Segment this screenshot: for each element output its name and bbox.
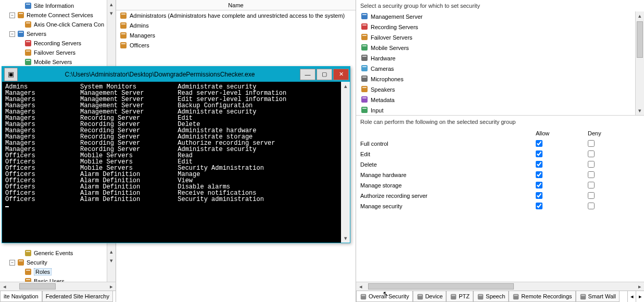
allow-checkbox[interactable] xyxy=(536,171,542,178)
failover-servers-icon xyxy=(360,33,369,42)
scroll-down-icon[interactable]: ▾ xyxy=(636,106,644,115)
tree-node-site-information[interactable]: Site Information xyxy=(9,1,116,10)
tab-remote-recordings[interactable]: Remote Recordings xyxy=(509,291,575,302)
role-row[interactable]: Administrators (Administrators have comp… xyxy=(116,10,356,20)
tab-site-navigation[interactable]: ite Navigation xyxy=(0,291,42,302)
tree-node-failover-servers[interactable]: Failover Servers xyxy=(9,48,116,57)
nav-tree-lower[interactable]: Generic Events−SecurityRolesBasic Users … xyxy=(0,247,116,282)
security-group-row[interactable]: Speakers xyxy=(356,84,644,95)
console-body[interactable]: Admins System Monitors Administrate secu… xyxy=(2,82,350,243)
generic-icon xyxy=(24,249,32,257)
scroll-down-icon[interactable]: ▾ xyxy=(107,9,116,18)
tree-node-label: Failover Servers xyxy=(34,49,75,56)
scroll-thumb-h[interactable] xyxy=(19,283,56,290)
tab-federated-hierarchy[interactable]: Federated Site Hierarchy xyxy=(42,291,113,302)
tree-node-label: Security xyxy=(27,259,47,266)
security-group-row[interactable]: Input xyxy=(356,105,644,116)
scroll-thumb-v[interactable] xyxy=(637,21,643,58)
tree-scrollbar-h[interactable]: ◂ ▸ xyxy=(0,282,116,291)
tree-node-remote-connect-services[interactable]: −Remote Connect Services xyxy=(9,10,116,20)
allow-checkbox[interactable] xyxy=(536,150,542,157)
collapse-icon[interactable]: − xyxy=(9,260,15,266)
tab-smart-wall[interactable]: Smart Wall xyxy=(576,291,620,302)
security-group-row[interactable]: Metadata xyxy=(356,95,644,105)
tab-overall-security[interactable]: Overall Security xyxy=(356,291,413,302)
console-scrollbar-v[interactable]: ▴ ▾ xyxy=(341,82,350,243)
svg-rect-31 xyxy=(362,14,367,15)
tree-node-generic-events[interactable]: Generic Events xyxy=(9,248,116,258)
collapse-icon[interactable]: − xyxy=(9,31,15,37)
tree-node-servers[interactable]: −Servers xyxy=(9,29,116,39)
role-row[interactable]: Managers xyxy=(116,30,356,40)
tree-node-security[interactable]: −Security xyxy=(9,258,116,267)
tabs-scroll-left[interactable]: ◂ xyxy=(627,291,636,302)
tree-node-recording-servers[interactable]: Recording Servers xyxy=(9,39,116,48)
security-group-row[interactable]: Hardware xyxy=(356,53,644,64)
allow-checkbox[interactable] xyxy=(536,182,542,188)
allow-checkbox[interactable] xyxy=(536,203,542,209)
tree-node-mobile-servers[interactable]: Mobile Servers xyxy=(9,57,116,67)
scroll-down-icon[interactable]: ▾ xyxy=(107,256,116,265)
scroll-up-icon[interactable]: ▴ xyxy=(636,11,644,20)
console-titlebar[interactable]: ▣ C:\Users\Administrator\Desktop\Downgra… xyxy=(2,67,350,82)
group-scrollbar-v[interactable]: ▴ ▾ xyxy=(635,11,644,115)
tree-node-label: Servers xyxy=(27,31,46,37)
svg-rect-6 xyxy=(18,31,24,37)
svg-rect-26 xyxy=(120,32,127,39)
deny-checkbox[interactable] xyxy=(588,203,595,209)
deny-checkbox[interactable] xyxy=(588,150,595,157)
role-row[interactable]: Admins xyxy=(116,20,356,30)
allow-checkbox[interactable] xyxy=(536,140,542,147)
tree-spacer xyxy=(17,22,22,28)
svg-rect-58 xyxy=(513,294,519,300)
security-group-row[interactable]: Mobile Servers xyxy=(356,43,644,53)
deny-checkbox[interactable] xyxy=(588,182,595,188)
deny-checkbox[interactable] xyxy=(588,171,595,178)
security-group-row[interactable]: Microphones xyxy=(356,74,644,84)
tree-spacer xyxy=(17,250,22,256)
scroll-right-icon[interactable]: ▸ xyxy=(107,282,116,291)
tree-node-axis-one-click-camera-con[interactable]: Axis One-click Camera Con xyxy=(9,20,116,29)
right-scrollbar-h[interactable]: ◂ ▸ xyxy=(356,282,644,291)
tree-node-label: Axis One-click Camera Con xyxy=(34,21,104,28)
tree-node-roles[interactable]: Roles xyxy=(9,267,116,276)
svg-rect-42 xyxy=(361,76,368,82)
scroll-thumb-h[interactable] xyxy=(368,283,514,290)
role-label: Managers xyxy=(130,32,155,39)
scroll-up-icon[interactable]: ▴ xyxy=(107,0,116,9)
security-group-row[interactable]: Recording Servers xyxy=(356,22,644,32)
deny-checkbox[interactable] xyxy=(588,140,595,147)
collapse-icon[interactable]: − xyxy=(9,12,15,18)
tree-node-basic-users[interactable]: Basic Users xyxy=(9,276,116,282)
scroll-right-icon[interactable]: ▸ xyxy=(635,282,644,291)
security-group-row[interactable]: Failover Servers xyxy=(356,32,644,43)
close-button[interactable]: ✕ xyxy=(333,69,349,80)
svg-rect-38 xyxy=(361,55,368,61)
allow-checkbox[interactable] xyxy=(536,192,542,199)
tab-ptz[interactable]: PTZ xyxy=(446,291,473,302)
svg-rect-0 xyxy=(25,3,31,9)
tab-device[interactable]: Device xyxy=(413,291,447,302)
scroll-up-icon[interactable]: ▴ xyxy=(341,82,350,91)
console-output: Admins System Monitors Administrate secu… xyxy=(2,82,350,211)
scroll-down-icon[interactable]: ▾ xyxy=(341,234,350,243)
deny-checkbox[interactable] xyxy=(588,192,595,199)
security-group-list[interactable]: Management ServerRecording ServersFailov… xyxy=(356,11,644,116)
scroll-up-icon[interactable]: ▴ xyxy=(107,247,116,256)
tabs-scroll-right[interactable]: ▸ xyxy=(636,291,644,302)
deny-checkbox[interactable] xyxy=(588,161,595,168)
scroll-left-icon[interactable]: ◂ xyxy=(356,282,365,291)
minimize-button[interactable]: — xyxy=(300,69,315,80)
maximize-button[interactable]: ▢ xyxy=(317,69,332,80)
roles-list-header[interactable]: Name xyxy=(116,0,356,10)
ptz-icon xyxy=(450,293,457,300)
role-row[interactable]: Officers xyxy=(116,40,356,50)
console-window[interactable]: ▣ C:\Users\Administrator\Desktop\Downgra… xyxy=(2,66,350,243)
tree-lower-scrollbar-v[interactable]: ▴ ▾ xyxy=(107,247,116,282)
svg-rect-32 xyxy=(361,23,368,30)
security-group-row[interactable]: Management Server xyxy=(356,11,644,22)
security-group-row[interactable]: Cameras xyxy=(356,64,644,74)
tab-speech[interactable]: Speech xyxy=(473,291,509,302)
scroll-left-icon[interactable]: ◂ xyxy=(0,282,9,291)
allow-checkbox[interactable] xyxy=(536,161,542,168)
